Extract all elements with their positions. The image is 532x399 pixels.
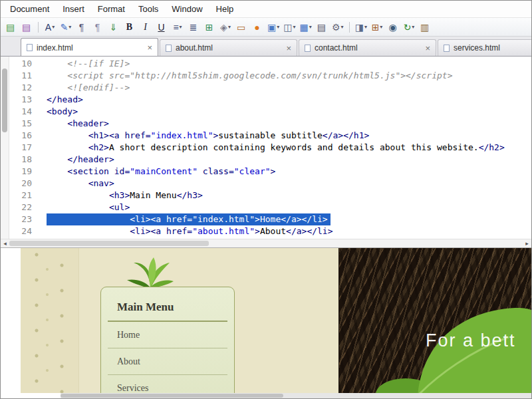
- dropdown-arrow-icon: ▾: [228, 24, 231, 30]
- scroll-left-icon[interactable]: ◂: [1, 240, 9, 247]
- tab-bar: index.html × about.html × contact.html ×…: [1, 37, 531, 57]
- chart-icon[interactable]: ▦ ▾: [299, 19, 313, 35]
- gear-icon[interactable]: ⚙ ▾: [331, 19, 345, 35]
- line-number: 15: [9, 118, 32, 130]
- vertical-scrollbar[interactable]: [1, 57, 9, 239]
- toolbar-button-glyph: ✎: [61, 23, 68, 32]
- tab-contact-html[interactable]: contact.html ×: [299, 39, 436, 56]
- code-line[interactable]: <!--[if IE]>: [47, 58, 132, 70]
- line-number: 18: [9, 154, 32, 166]
- line-number: 17: [9, 142, 32, 154]
- publish-icon[interactable]: ↻ ▾: [402, 19, 416, 35]
- toolbar-button-glyph: A: [45, 23, 51, 32]
- line-number: 22: [9, 201, 32, 213]
- open-template-icon[interactable]: ▤: [19, 19, 34, 35]
- toolbar-button-glyph: ▤: [22, 23, 31, 32]
- code-line[interactable]: <script src="http://html5shim.googlecode…: [47, 70, 455, 82]
- menu-item-label: Document: [10, 4, 49, 14]
- highlighter-icon[interactable]: ✎ ▾: [59, 19, 73, 35]
- tab-close-icon[interactable]: ×: [147, 43, 152, 52]
- menu-window[interactable]: Window: [165, 1, 209, 17]
- anchor-icon[interactable]: ▭: [234, 19, 249, 35]
- menu-help[interactable]: Help: [209, 1, 241, 17]
- import-icon[interactable]: ⇓: [106, 19, 121, 35]
- help-book-icon[interactable]: ▥: [418, 19, 432, 35]
- code-lines[interactable]: <!--[if IE]> <script src="http://html5sh…: [39, 57, 531, 239]
- preview-menu-item-label: About: [117, 356, 140, 366]
- preview-icon[interactable]: ◉: [386, 19, 400, 35]
- code-line[interactable]: <h2>A short description containing keywo…: [47, 142, 507, 154]
- globe-icon[interactable]: ●: [250, 19, 265, 35]
- preview-menu-item-about[interactable]: About: [108, 348, 227, 375]
- tab-label: services.html: [454, 43, 500, 53]
- font-color-icon[interactable]: A ▾: [43, 19, 57, 35]
- italic-icon[interactable]: I: [138, 19, 153, 35]
- table-icon[interactable]: ⊞: [202, 19, 217, 35]
- dropdown-arrow-icon: ▾: [412, 24, 414, 30]
- grid-icon[interactable]: ▤: [315, 19, 329, 35]
- code-line[interactable]: <body>: [47, 106, 80, 118]
- toolbar-button-glyph: ◉: [388, 23, 396, 32]
- menu-item-label: Insert: [63, 4, 84, 14]
- preview-menu-item-label: Home: [117, 330, 140, 340]
- line-number: 20: [9, 178, 32, 190]
- toolbar-button-glyph: ●: [254, 23, 259, 32]
- menu-insert[interactable]: Insert: [56, 1, 91, 17]
- panel-icon[interactable]: ◨ ▾: [354, 19, 368, 35]
- file-icon: [166, 45, 172, 52]
- bullet-list-icon[interactable]: ≣: [186, 19, 201, 35]
- horizontal-scrollbar-track[interactable]: [9, 239, 523, 247]
- code-line[interactable]: <h3>Main Menu</h3>: [47, 190, 205, 201]
- code-line[interactable]: <ul>: [47, 201, 132, 213]
- layout-icon[interactable]: ◫ ▾: [282, 19, 297, 35]
- new-document-icon[interactable]: ▤: [3, 19, 18, 35]
- line-numbers: 101112131415161718192021222324: [9, 57, 39, 239]
- toolbar: ▤ ▤ A ▾ ✎ ▾ ¶ ¶ ⇓ B: [1, 18, 531, 37]
- calendar-icon[interactable]: ⊞ ▾: [370, 19, 384, 35]
- line-number: 21: [9, 190, 32, 201]
- code-line[interactable]: <li><a href="index.html">Home</a></li>: [47, 213, 331, 225]
- tab-about-html[interactable]: about.html ×: [160, 39, 297, 56]
- line-number: 19: [9, 166, 32, 178]
- code-line[interactable]: <![endif]-->: [47, 82, 132, 94]
- preview-scrollbar-thumb[interactable]: [61, 394, 283, 398]
- scroll-right-icon[interactable]: ▸: [523, 240, 531, 247]
- decorative-pattern-column: [21, 248, 79, 393]
- code-line[interactable]: <section id="mainContent" class="clear">: [47, 166, 278, 178]
- toolbar-separator: [35, 19, 41, 35]
- menu-document[interactable]: Document: [3, 1, 56, 17]
- dropdown-arrow-icon: ▾: [293, 24, 295, 30]
- image-icon[interactable]: ▣ ▾: [266, 19, 281, 35]
- formatting-marks-icon[interactable]: ¶: [90, 19, 105, 35]
- code-line[interactable]: <li><a href="about.html">About</a></li>: [47, 225, 336, 237]
- align-icon[interactable]: ≡ ▾: [170, 19, 185, 35]
- code-line[interactable]: </head>: [47, 94, 86, 106]
- line-number: 11: [9, 70, 32, 82]
- menu-bar: Document Insert Format Tools Window Help: [1, 1, 531, 18]
- tab-close-icon[interactable]: ×: [425, 44, 430, 53]
- insert-element-icon[interactable]: ◈ ▾: [218, 19, 233, 35]
- code-line[interactable]: <h1><a href="index.html">sustainable sub…: [47, 130, 372, 142]
- line-number: 10: [9, 58, 32, 70]
- code-line[interactable]: <nav>: [47, 178, 117, 190]
- vertical-scrollbar-thumb[interactable]: [2, 68, 7, 132]
- tab-services-html[interactable]: services.html ×: [438, 39, 531, 56]
- dropdown-arrow-icon: ▾: [364, 24, 367, 30]
- preview-horizontal-scrollbar[interactable]: [1, 393, 531, 398]
- dropdown-arrow-icon: ▾: [380, 24, 382, 30]
- menu-format[interactable]: Format: [91, 1, 132, 17]
- menu-tools[interactable]: Tools: [132, 1, 165, 17]
- paragraph-icon[interactable]: ¶: [74, 19, 89, 35]
- code-line[interactable]: </header>: [47, 154, 117, 166]
- preview-menu-item-home[interactable]: Home: [108, 322, 227, 348]
- file-icon: [305, 45, 311, 52]
- horizontal-scrollbar-thumb[interactable]: [9, 241, 209, 246]
- tab-index-html[interactable]: index.html ×: [21, 38, 158, 57]
- code-line[interactable]: <header>: [47, 118, 112, 130]
- bold-icon[interactable]: B: [122, 19, 137, 35]
- tab-close-icon[interactable]: ×: [286, 44, 291, 53]
- preview-menu-item-services[interactable]: Services: [108, 375, 227, 393]
- toolbar-button-glyph: ▥: [420, 23, 429, 32]
- underline-icon[interactable]: U: [154, 19, 169, 35]
- horizontal-scrollbar[interactable]: ◂ ▸: [1, 239, 531, 248]
